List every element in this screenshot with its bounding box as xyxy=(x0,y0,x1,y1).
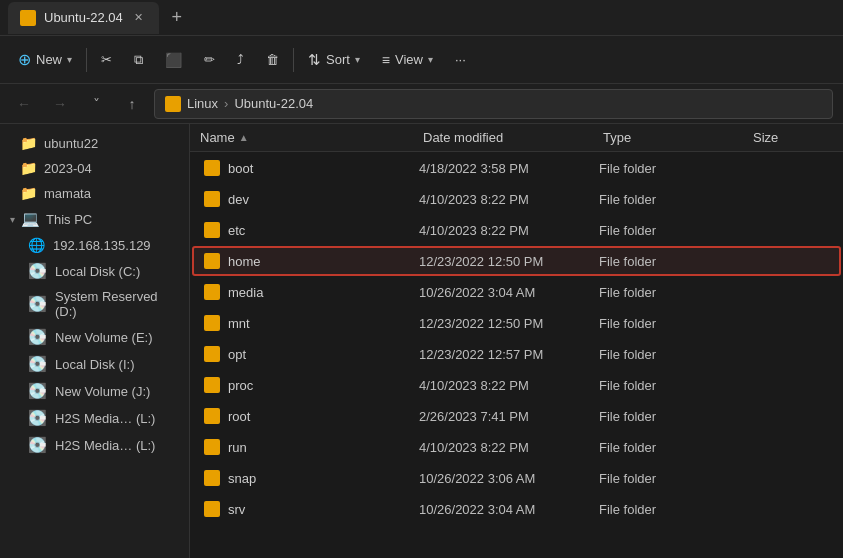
table-row[interactable]: dev 4/10/2023 8:22 PM File folder xyxy=(192,184,841,214)
table-row[interactable]: boot 4/18/2022 3:58 PM File folder xyxy=(192,153,841,183)
share-button[interactable]: ⤴ xyxy=(227,46,254,73)
column-headers: Name ▲ Date modified Type Size xyxy=(190,124,843,152)
view-button[interactable]: ≡ View ▾ xyxy=(372,46,443,74)
file-name: proc xyxy=(204,377,419,393)
address-bar: ← → ˅ ↑ Linux › Ubuntu-22.04 xyxy=(0,84,843,124)
nav-up-button[interactable]: ↑ xyxy=(118,90,146,118)
tab-ubuntu[interactable]: Ubuntu-22.04 ✕ xyxy=(8,2,159,34)
sidebar-label-local-c: Local Disk (C:) xyxy=(55,264,140,279)
sidebar-item-new-vol-e[interactable]: 💽 New Volume (E:) xyxy=(4,324,185,350)
table-row[interactable]: etc 4/10/2023 8:22 PM File folder xyxy=(192,215,841,245)
file-name: srv xyxy=(204,501,419,517)
file-type: File folder xyxy=(599,409,749,424)
sidebar-item-ubuntu22[interactable]: 📁 ubuntu22 xyxy=(4,131,185,155)
cut-button[interactable]: ✂ xyxy=(91,46,122,73)
table-row[interactable]: mnt 12/23/2022 12:50 PM File folder xyxy=(192,308,841,338)
col-date-label: Date modified xyxy=(423,130,503,145)
file-name-label: mnt xyxy=(228,316,250,331)
file-name: boot xyxy=(204,160,419,176)
file-date: 2/26/2023 7:41 PM xyxy=(419,409,599,424)
drive-icon: 💽 xyxy=(28,295,47,313)
col-header-size[interactable]: Size xyxy=(753,130,833,145)
folder-icon: 📁 xyxy=(20,160,36,176)
file-name-label: dev xyxy=(228,192,249,207)
paste-button[interactable]: ⬛ xyxy=(155,46,192,74)
sort-icon: ⇅ xyxy=(308,51,321,69)
tab-close-button[interactable]: ✕ xyxy=(131,10,147,26)
file-folder-icon xyxy=(204,439,220,455)
sidebar-label-network: 192.168.135.129 xyxy=(53,238,151,253)
col-header-type[interactable]: Type xyxy=(603,130,753,145)
sort-arrow-icon: ▲ xyxy=(239,132,249,143)
sidebar-label-new-vol-e: New Volume (E:) xyxy=(55,330,153,345)
file-folder-icon xyxy=(204,222,220,238)
file-type: File folder xyxy=(599,223,749,238)
col-header-date[interactable]: Date modified xyxy=(423,130,603,145)
col-name-label: Name xyxy=(200,130,235,145)
file-date: 12/23/2022 12:50 PM xyxy=(419,254,599,269)
breadcrumb[interactable]: Linux › Ubuntu-22.04 xyxy=(154,89,833,119)
file-type: File folder xyxy=(599,440,749,455)
nav-forward-button[interactable]: → xyxy=(46,90,74,118)
col-header-name[interactable]: Name ▲ xyxy=(200,130,423,145)
sidebar-item-network[interactable]: 🌐 192.168.135.129 xyxy=(4,233,185,257)
file-date: 4/10/2023 8:22 PM xyxy=(419,192,599,207)
table-row[interactable]: proc 4/10/2023 8:22 PM File folder xyxy=(192,370,841,400)
file-name: dev xyxy=(204,191,419,207)
file-date: 10/26/2022 3:04 AM xyxy=(419,285,599,300)
nav-back-button[interactable]: ← xyxy=(10,90,38,118)
breadcrumb-sep-1: › xyxy=(224,96,228,111)
file-date: 12/23/2022 12:57 PM xyxy=(419,347,599,362)
sort-label: Sort xyxy=(326,52,350,67)
sidebar-label-mamata: mamata xyxy=(44,186,91,201)
rename-icon: ✏ xyxy=(204,52,215,67)
table-row[interactable]: snap 10/26/2022 3:06 AM File folder xyxy=(192,463,841,493)
sort-button[interactable]: ⇅ Sort ▾ xyxy=(298,45,370,75)
file-name-label: boot xyxy=(228,161,253,176)
table-row[interactable]: media 10/26/2022 3:04 AM File folder xyxy=(192,277,841,307)
cut-icon: ✂ xyxy=(101,52,112,67)
breadcrumb-folder-icon xyxy=(165,96,181,112)
sidebar-item-h2s-l2[interactable]: 💽 H2S Media… (L:) xyxy=(4,432,185,458)
breadcrumb-part-linux: Linux xyxy=(187,96,218,111)
new-button[interactable]: ⊕ New ▾ xyxy=(8,44,82,75)
sidebar-item-mamata[interactable]: 📁 mamata xyxy=(4,181,185,205)
sidebar-item-this-pc[interactable]: ▾ 💻 This PC xyxy=(4,206,185,232)
toolbar-separator-1 xyxy=(86,48,87,72)
folder-icon: 📁 xyxy=(20,185,36,201)
table-row[interactable]: opt 12/23/2022 12:57 PM File folder xyxy=(192,339,841,369)
nav-down-button[interactable]: ˅ xyxy=(82,90,110,118)
file-folder-icon xyxy=(204,408,220,424)
sidebar-item-local-c[interactable]: 💽 Local Disk (C:) xyxy=(4,258,185,284)
more-button[interactable]: ··· xyxy=(445,46,476,73)
file-name: home xyxy=(204,253,419,269)
title-bar: Ubuntu-22.04 ✕ + xyxy=(0,0,843,36)
new-tab-button[interactable]: + xyxy=(163,4,191,32)
file-name: opt xyxy=(204,346,419,362)
sidebar-item-new-vol-j[interactable]: 💽 New Volume (J:) xyxy=(4,378,185,404)
file-name-label: snap xyxy=(228,471,256,486)
delete-button[interactable]: 🗑 xyxy=(256,46,289,73)
view-icon: ≡ xyxy=(382,52,390,68)
table-row[interactable]: srv 10/26/2022 3:04 AM File folder xyxy=(192,494,841,524)
file-date: 10/26/2022 3:06 AM xyxy=(419,471,599,486)
table-row[interactable]: home 12/23/2022 12:50 PM File folder xyxy=(192,246,841,276)
drive-icon: 💽 xyxy=(28,409,47,427)
sidebar-item-2023-04[interactable]: 📁 2023-04 xyxy=(4,156,185,180)
table-row[interactable]: run 4/10/2023 8:22 PM File folder xyxy=(192,432,841,462)
file-name: media xyxy=(204,284,419,300)
new-dropdown-arrow: ▾ xyxy=(67,54,72,65)
sidebar-item-h2s-l[interactable]: 💽 H2S Media… (L:) xyxy=(4,405,185,431)
sidebar-item-system-d[interactable]: 💽 System Reserved (D:) xyxy=(4,285,185,323)
pc-icon: 💻 xyxy=(21,210,40,228)
file-name-label: opt xyxy=(228,347,246,362)
table-row[interactable]: root 2/26/2023 7:41 PM File folder xyxy=(192,401,841,431)
share-icon: ⤴ xyxy=(237,52,244,67)
more-icon: ··· xyxy=(455,52,466,67)
copy-button[interactable]: ⧉ xyxy=(124,46,153,74)
sort-arrow: ▾ xyxy=(355,54,360,65)
file-name: snap xyxy=(204,470,419,486)
sidebar-label-2023-04: 2023-04 xyxy=(44,161,92,176)
sidebar-item-local-i[interactable]: 💽 Local Disk (I:) xyxy=(4,351,185,377)
rename-button[interactable]: ✏ xyxy=(194,46,225,73)
